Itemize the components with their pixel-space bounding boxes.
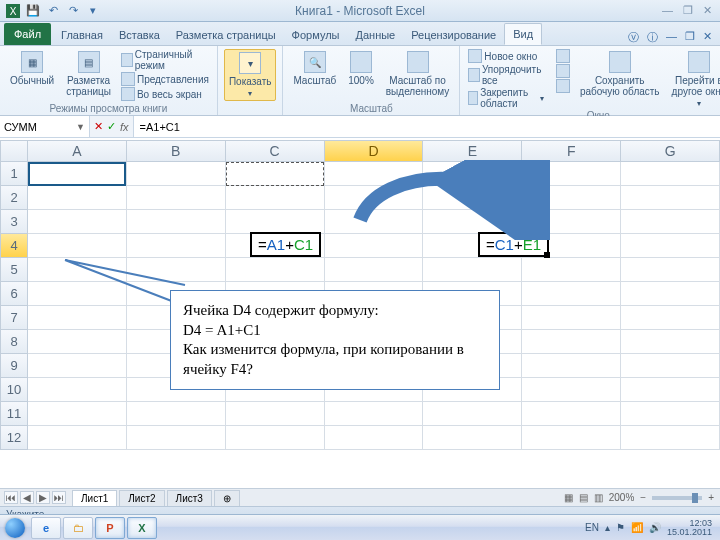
view-pagebreak-icon[interactable]: ▥ xyxy=(594,492,603,503)
taskbar-explorer[interactable]: 🗀 xyxy=(63,517,93,539)
zoom-100-button[interactable]: 100% xyxy=(344,49,378,88)
cell[interactable] xyxy=(226,162,325,186)
redo-icon[interactable]: ↷ xyxy=(64,3,82,19)
tab-formulas[interactable]: Формулы xyxy=(284,25,348,45)
cell[interactable] xyxy=(325,426,424,450)
cell[interactable] xyxy=(28,402,127,426)
cell[interactable] xyxy=(28,210,127,234)
tab-insert[interactable]: Вставка xyxy=(111,25,168,45)
col-header-g[interactable]: G xyxy=(621,140,720,162)
cell[interactable] xyxy=(226,258,325,282)
freeze-panes-button[interactable]: Закрепить области▾ xyxy=(466,87,546,109)
cell[interactable] xyxy=(127,162,226,186)
taskbar-excel[interactable]: X xyxy=(127,517,157,539)
page-break-button[interactable]: Страничный режим xyxy=(119,49,211,71)
cancel-formula-icon[interactable]: ✕ xyxy=(94,120,103,133)
fullscreen-button[interactable]: Во весь экран xyxy=(119,87,211,101)
new-window-button[interactable]: Новое окно xyxy=(466,49,546,63)
col-header-f[interactable]: F xyxy=(522,140,621,162)
switch-windows-button[interactable]: Перейти в другое окно▾ xyxy=(668,49,720,110)
clock[interactable]: 12:03 15.01.2011 xyxy=(667,519,712,537)
undo-icon[interactable]: ↶ xyxy=(44,3,62,19)
close-button[interactable]: ✕ xyxy=(703,4,712,17)
name-box[interactable]: СУММ ▼ xyxy=(0,116,90,137)
restore-button[interactable]: ❐ xyxy=(683,4,693,17)
qat-dropdown-icon[interactable]: ▾ xyxy=(84,3,102,19)
inner-close-icon[interactable]: ✕ xyxy=(703,30,712,45)
row-header-12[interactable]: 12 xyxy=(0,426,28,450)
col-header-c[interactable]: C xyxy=(226,140,325,162)
row-header-3[interactable]: 3 xyxy=(0,210,28,234)
cell[interactable] xyxy=(226,402,325,426)
cell[interactable] xyxy=(127,186,226,210)
cell[interactable] xyxy=(226,210,325,234)
zoom-out-icon[interactable]: − xyxy=(640,492,646,503)
cell[interactable] xyxy=(621,234,720,258)
tab-data[interactable]: Данные xyxy=(347,25,403,45)
help-icon[interactable]: ⓘ xyxy=(647,30,658,45)
cell[interactable] xyxy=(621,282,720,306)
split-button[interactable] xyxy=(554,49,572,63)
sheet-nav-prev-icon[interactable]: ◀ xyxy=(20,491,34,504)
name-box-dropdown-icon[interactable]: ▼ xyxy=(76,122,85,132)
row-header-6[interactable]: 6 xyxy=(0,282,28,306)
minimize-ribbon-icon[interactable]: ⓥ xyxy=(628,30,639,45)
zoom-selection-button[interactable]: Масштаб по выделенному xyxy=(382,49,454,99)
cell[interactable] xyxy=(28,330,127,354)
row-header-2[interactable]: 2 xyxy=(0,186,28,210)
inner-restore-icon[interactable]: ❐ xyxy=(685,30,695,45)
view-layout-icon[interactable]: ▤ xyxy=(579,492,588,503)
cell[interactable] xyxy=(621,186,720,210)
cell[interactable] xyxy=(325,402,424,426)
row-header-5[interactable]: 5 xyxy=(0,258,28,282)
col-header-e[interactable]: E xyxy=(423,140,522,162)
cell[interactable] xyxy=(127,210,226,234)
arrange-all-button[interactable]: Упорядочить все xyxy=(466,64,546,86)
file-tab[interactable]: Файл xyxy=(4,23,51,45)
cell[interactable] xyxy=(522,354,621,378)
cell[interactable] xyxy=(621,426,720,450)
cell[interactable] xyxy=(28,162,127,186)
sheet-nav-next-icon[interactable]: ▶ xyxy=(36,491,50,504)
cell[interactable] xyxy=(522,378,621,402)
cell[interactable] xyxy=(522,330,621,354)
save-icon[interactable]: 💾 xyxy=(24,3,42,19)
col-header-b[interactable]: B xyxy=(127,140,226,162)
new-sheet-button[interactable]: ⊕ xyxy=(214,490,240,506)
zoom-slider[interactable] xyxy=(652,496,702,500)
zoom-in-icon[interactable]: + xyxy=(708,492,714,503)
volume-icon[interactable]: 🔊 xyxy=(649,522,661,533)
row-header-7[interactable]: 7 xyxy=(0,306,28,330)
cell[interactable] xyxy=(621,210,720,234)
normal-view-button[interactable]: ▦Обычный xyxy=(6,49,58,88)
cell[interactable] xyxy=(621,378,720,402)
unhide-button[interactable] xyxy=(554,79,572,93)
cell[interactable] xyxy=(621,162,720,186)
minimize-button[interactable]: — xyxy=(662,4,673,17)
cell[interactable] xyxy=(226,426,325,450)
sheet-nav-first-icon[interactable]: ⏮ xyxy=(4,491,18,504)
cell[interactable] xyxy=(522,426,621,450)
formula-input[interactable]: =A1+C1 xyxy=(134,116,720,137)
cell[interactable] xyxy=(325,258,424,282)
view-normal-icon[interactable]: ▦ xyxy=(564,492,573,503)
cell[interactable] xyxy=(423,426,522,450)
language-indicator[interactable]: EN xyxy=(585,522,599,533)
taskbar-ie[interactable]: e xyxy=(31,517,61,539)
custom-views-button[interactable]: Представления xyxy=(119,72,211,86)
cell[interactable] xyxy=(621,258,720,282)
inner-min-icon[interactable]: — xyxy=(666,30,677,45)
page-layout-button[interactable]: ▤Разметка страницы xyxy=(62,49,115,99)
hide-button[interactable] xyxy=(554,64,572,78)
tray-up-icon[interactable]: ▴ xyxy=(605,522,610,533)
row-header-1[interactable]: 1 xyxy=(0,162,28,186)
col-header-a[interactable]: A xyxy=(28,140,127,162)
cell[interactable] xyxy=(522,306,621,330)
cell[interactable] xyxy=(127,426,226,450)
tab-review[interactable]: Рецензирование xyxy=(403,25,504,45)
cell[interactable] xyxy=(28,378,127,402)
cell[interactable] xyxy=(621,354,720,378)
cell[interactable] xyxy=(621,306,720,330)
taskbar-powerpoint[interactable]: P xyxy=(95,517,125,539)
cell[interactable] xyxy=(621,330,720,354)
